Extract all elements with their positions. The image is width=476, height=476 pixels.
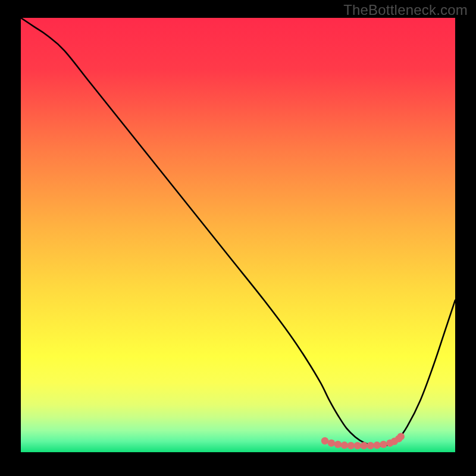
chart-frame: TheBottleneck.com xyxy=(0,0,476,476)
background-gradient xyxy=(21,18,455,452)
plot-area xyxy=(21,18,455,452)
svg-rect-0 xyxy=(21,18,455,452)
watermark-text: TheBottleneck.com xyxy=(343,2,468,18)
